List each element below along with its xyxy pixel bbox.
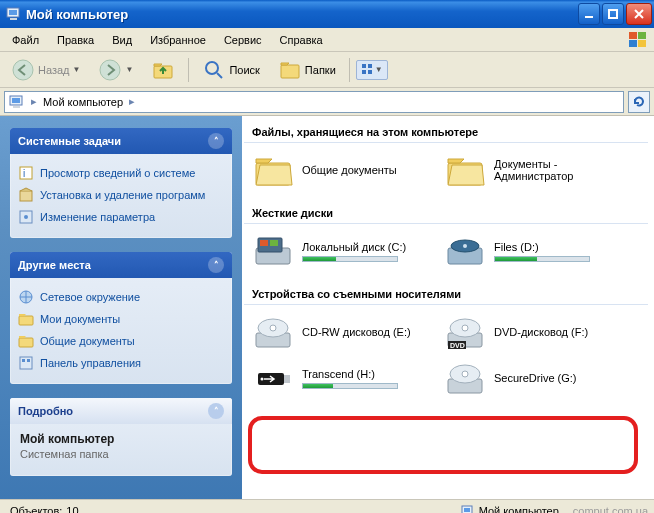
svg-point-12: [206, 62, 218, 74]
svg-rect-29: [20, 357, 32, 369]
place-shared-documents[interactable]: Общие документы: [18, 330, 224, 352]
close-button[interactable]: [626, 3, 652, 25]
breadcrumb-separator-icon: ▸: [129, 95, 135, 108]
item-cdrw-drive[interactable]: CD-RW дисковод (E:): [252, 311, 432, 353]
usb-drive-icon: [252, 357, 294, 399]
dropdown-icon: ▼: [375, 65, 383, 74]
panel-title: Другие места: [18, 259, 91, 271]
place-network[interactable]: Сетевое окружение: [18, 286, 224, 308]
status-bar: Объектов: 10 Мой компьютер comput.com.ua: [0, 499, 654, 513]
minimize-button[interactable]: [578, 3, 600, 25]
network-icon: [18, 289, 34, 305]
svg-rect-20: [13, 106, 20, 108]
section-removable: Устройства со съемными носителями: [244, 278, 648, 305]
refresh-icon: [632, 95, 646, 109]
hdd-icon: [252, 230, 294, 272]
menu-help[interactable]: Справка: [272, 31, 331, 49]
svg-rect-2: [10, 18, 17, 20]
panel-header[interactable]: Подробно ˄: [10, 398, 232, 424]
item-label: DVD-дисковод (F:): [494, 326, 588, 338]
svg-rect-8: [638, 40, 646, 47]
svg-rect-15: [368, 64, 372, 68]
svg-point-43: [270, 325, 276, 331]
box-icon: [18, 187, 34, 203]
usage-bar: [302, 256, 398, 262]
content-pane: Файлы, хранящиеся на этом компьютере Общ…: [242, 116, 654, 499]
svg-point-46: [462, 325, 468, 331]
item-label: CD-RW дисковод (E:): [302, 326, 411, 338]
item-securedrive[interactable]: SecureDrive (G:): [444, 357, 624, 399]
panel-header[interactable]: Другие места ˄: [10, 252, 232, 278]
info-icon: i: [18, 165, 34, 181]
my-computer-icon: [461, 504, 475, 514]
menu-view[interactable]: Вид: [104, 31, 140, 49]
svg-rect-50: [284, 375, 290, 383]
svg-point-10: [100, 60, 120, 80]
item-dvd-drive[interactable]: DVD DVD-дисковод (F:): [444, 311, 624, 353]
usage-bar: [494, 256, 590, 262]
place-label: Сетевое окружение: [40, 291, 140, 303]
task-change-setting[interactable]: Изменение параметра: [18, 206, 224, 228]
windows-logo-icon: [626, 30, 650, 50]
window-title: Мой компьютер: [26, 7, 578, 22]
title-bar: Мой компьютер: [0, 0, 654, 28]
item-shared-documents[interactable]: Общие документы: [252, 149, 432, 191]
maximize-button[interactable]: [602, 3, 624, 25]
svg-rect-30: [22, 359, 25, 362]
svg-point-51: [261, 378, 264, 381]
dropdown-icon: ▼: [73, 65, 81, 74]
nav-back-button[interactable]: Назад ▼: [4, 54, 87, 86]
folder-up-icon: [151, 58, 175, 82]
menu-favorites[interactable]: Избранное: [142, 31, 214, 49]
task-add-remove-programs[interactable]: Установка и удаление программ: [18, 184, 224, 206]
status-location: Мой компьютер: [457, 504, 563, 514]
nav-up-button[interactable]: [144, 54, 182, 86]
item-admin-documents[interactable]: Документы - Администратор: [444, 149, 624, 191]
search-label: Поиск: [229, 64, 259, 76]
svg-point-54: [462, 371, 468, 377]
item-drive-c[interactable]: Локальный диск (C:): [252, 230, 432, 272]
menu-service[interactable]: Сервис: [216, 31, 270, 49]
item-label: Локальный диск (C:): [302, 241, 406, 253]
place-control-panel[interactable]: Панель управления: [18, 352, 224, 374]
svg-rect-16: [362, 70, 366, 74]
folders-button[interactable]: Папки: [271, 54, 343, 86]
arrow-left-icon: [11, 58, 35, 82]
section-hard-drives: Жесткие диски: [244, 197, 648, 224]
menu-file[interactable]: Файл: [4, 31, 47, 49]
breadcrumb-root[interactable]: Мой компьютер: [43, 96, 123, 108]
status-objects-label: Объектов:: [10, 505, 62, 514]
panel-header[interactable]: Системные задачи ˄: [10, 128, 232, 154]
details-name: Мой компьютер: [20, 432, 222, 446]
svg-rect-36: [260, 240, 268, 246]
task-system-info[interactable]: i Просмотр сведений о системе: [18, 162, 224, 184]
details-type: Системная папка: [20, 448, 222, 460]
task-label: Изменение параметра: [40, 211, 155, 223]
item-label: Документы - Администратор: [494, 158, 624, 182]
menu-edit[interactable]: Правка: [49, 31, 102, 49]
details-panel: Подробно ˄ Мой компьютер Системная папка: [10, 398, 232, 476]
svg-rect-19: [12, 98, 20, 103]
refresh-button[interactable]: [628, 91, 650, 113]
search-button[interactable]: Поиск: [195, 54, 266, 86]
place-my-documents[interactable]: Мои документы: [18, 308, 224, 330]
settings-icon: [18, 209, 34, 225]
breadcrumb-separator-icon: ▸: [31, 95, 37, 108]
place-label: Общие документы: [40, 335, 135, 347]
svg-rect-21: [20, 167, 32, 179]
item-label: Files (D:): [494, 241, 590, 253]
highlight-annotation: [248, 416, 638, 474]
item-usb-transcend[interactable]: Transcend (H:): [252, 357, 432, 399]
folder-icon: [18, 311, 34, 327]
section-stored-files: Файлы, хранящиеся на этом компьютере: [244, 116, 648, 143]
watermark-text: comput.com.ua: [573, 505, 648, 514]
panel-title: Системные задачи: [18, 135, 121, 147]
svg-rect-14: [362, 64, 366, 68]
item-drive-d[interactable]: Files (D:): [444, 230, 624, 272]
folder-icon: [252, 149, 294, 191]
svg-rect-3: [585, 16, 593, 18]
nav-forward-button[interactable]: ▼: [91, 54, 140, 86]
tasks-pane: Системные задачи ˄ i Просмотр сведений о…: [0, 116, 242, 499]
address-box[interactable]: ▸ Мой компьютер ▸: [4, 91, 624, 113]
view-selector[interactable]: ▼: [356, 60, 388, 80]
